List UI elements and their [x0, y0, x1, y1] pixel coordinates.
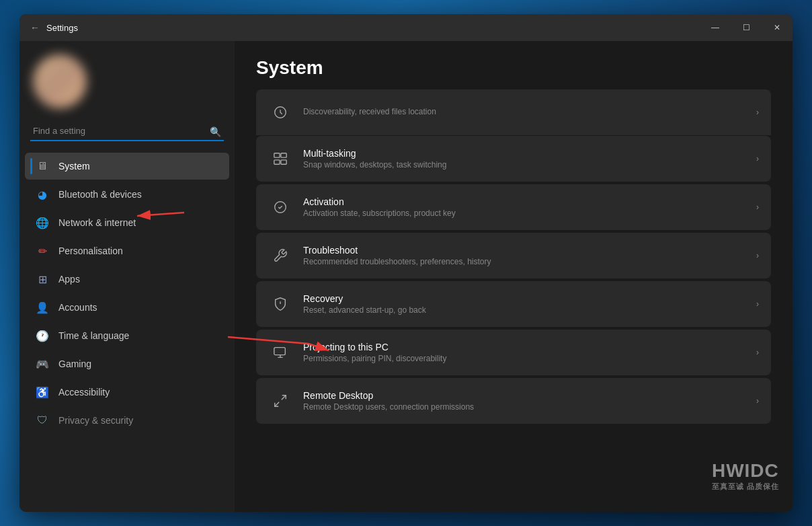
sidebar-item-bluetooth[interactable]: ◕ Bluetooth & devices	[25, 181, 229, 208]
settings-list: Discoverability, received files location…	[235, 89, 793, 512]
multitasking-desc: Snap windows, desktops, task switching	[303, 160, 756, 170]
troubleshoot-desc: Recommended troubleshooters, preferences…	[303, 257, 756, 266]
sidebar: 🔍 🖥 System ◕ Bluetooth & devices 🌐 Netwo…	[19, 41, 235, 512]
troubleshoot-title: Troubleshoot	[303, 245, 756, 256]
close-button[interactable]: ✕	[762, 14, 793, 41]
time-icon: 🕐	[36, 329, 49, 342]
projecting-desc: Permissions, pairing PIN, discoverabilit…	[303, 354, 756, 363]
setting-item-projecting[interactable]: Projecting to this PC Permissions, pairi…	[256, 330, 771, 375]
remote-desktop-title: Remote Desktop	[303, 390, 756, 401]
sidebar-item-time[interactable]: 🕐 Time & language	[25, 322, 229, 349]
sidebar-label-system: System	[58, 161, 90, 172]
sidebar-label-personalisation: Personalisation	[58, 246, 123, 256]
sidebar-label-bluetooth: Bluetooth & devices	[58, 189, 142, 200]
maximize-button[interactable]: ☐	[731, 14, 762, 41]
setting-item-recovery[interactable]: Recovery Reset, advanced start-up, go ba…	[256, 281, 771, 327]
sidebar-label-accounts: Accounts	[58, 302, 97, 313]
setting-item-remote-desktop[interactable]: Remote Desktop Remote Desktop users, con…	[256, 378, 771, 424]
setting-item-troubleshoot[interactable]: Troubleshoot Recommended troubleshooters…	[256, 233, 771, 278]
remote-desktop-icon	[268, 389, 292, 413]
svg-rect-4	[281, 160, 286, 164]
svg-rect-3	[274, 160, 280, 164]
back-icon[interactable]: ←	[30, 22, 40, 33]
activation-icon	[268, 195, 292, 219]
sidebar-item-gaming[interactable]: 🎮 Gaming	[25, 350, 229, 377]
page-title: System	[256, 57, 771, 79]
sidebar-label-time: Time & language	[58, 330, 129, 341]
title-bar: ← Settings — ☐ ✕	[19, 14, 793, 41]
bluetooth-icon: ◕	[36, 188, 49, 201]
discoverability-icon	[268, 100, 292, 124]
sidebar-label-network: Network & internet	[58, 217, 136, 228]
avatar	[33, 54, 87, 108]
search-icon: 🔍	[210, 126, 221, 137]
projecting-icon	[268, 340, 292, 365]
multitasking-title: Multi-tasking	[303, 148, 756, 159]
activation-title: Activation	[303, 196, 756, 207]
chevron-icon-recovery: ›	[756, 299, 759, 309]
sidebar-item-privacy[interactable]: 🛡 Privacy & security	[25, 407, 229, 434]
search-box: 🔍	[30, 122, 224, 141]
apps-icon: ⊞	[36, 272, 49, 286]
system-icon: 🖥	[36, 159, 49, 173]
sidebar-item-accounts[interactable]: 👤 Accounts	[25, 294, 229, 321]
avatar-area	[19, 48, 235, 122]
svg-line-7	[282, 396, 286, 400]
sidebar-item-network[interactable]: 🌐 Network & internet	[25, 209, 229, 236]
svg-line-8	[275, 402, 279, 406]
accessibility-icon: ♿	[36, 385, 49, 399]
activation-desc: Activation state, subscriptions, product…	[303, 209, 756, 218]
sidebar-item-accessibility[interactable]: ♿ Accessibility	[25, 379, 229, 406]
gaming-icon: 🎮	[36, 357, 49, 371]
chevron-icon-multitasking: ›	[756, 154, 759, 163]
privacy-icon: 🛡	[36, 414, 49, 427]
setting-item-discoverability[interactable]: Discoverability, received files location…	[256, 89, 771, 135]
multitasking-icon	[268, 147, 292, 171]
sidebar-label-gaming: Gaming	[58, 359, 91, 369]
chevron-icon-discoverability: ›	[756, 108, 759, 117]
discoverability-title: Discoverability, received files location	[303, 107, 756, 116]
main-header: System	[235, 41, 793, 89]
chevron-icon-projecting: ›	[756, 348, 759, 357]
sidebar-label-accessibility: Accessibility	[58, 387, 110, 398]
chevron-icon-activation: ›	[756, 202, 759, 212]
personalisation-icon: ✏	[36, 244, 49, 258]
accounts-icon: 👤	[36, 301, 49, 314]
remote-desktop-desc: Remote Desktop users, connection permiss…	[303, 402, 756, 412]
recovery-icon	[268, 292, 292, 316]
troubleshoot-icon	[268, 243, 292, 268]
recovery-title: Recovery	[303, 293, 756, 304]
window-title: Settings	[46, 23, 78, 33]
chevron-icon-troubleshoot: ›	[756, 251, 759, 260]
svg-rect-2	[281, 153, 286, 157]
minimize-button[interactable]: —	[700, 14, 731, 41]
main-content: System Discoverability, received files l…	[235, 41, 793, 512]
sidebar-item-system[interactable]: 🖥 System	[25, 153, 229, 180]
setting-item-multitasking[interactable]: Multi-tasking Snap windows, desktops, ta…	[256, 136, 771, 182]
sidebar-label-apps: Apps	[58, 274, 80, 285]
recovery-desc: Reset, advanced start-up, go back	[303, 305, 756, 315]
search-input[interactable]	[30, 122, 224, 141]
projecting-title: Projecting to this PC	[303, 342, 756, 352]
chevron-icon-remote-desktop: ›	[756, 396, 759, 406]
sidebar-label-privacy: Privacy & security	[58, 415, 133, 426]
svg-rect-1	[274, 153, 280, 157]
network-icon: 🌐	[36, 216, 49, 229]
sidebar-item-personalisation[interactable]: ✏ Personalisation	[25, 237, 229, 264]
sidebar-item-apps[interactable]: ⊞ Apps	[25, 266, 229, 293]
setting-item-activation[interactable]: Activation Activation state, subscriptio…	[256, 184, 771, 230]
svg-rect-6	[274, 348, 286, 355]
